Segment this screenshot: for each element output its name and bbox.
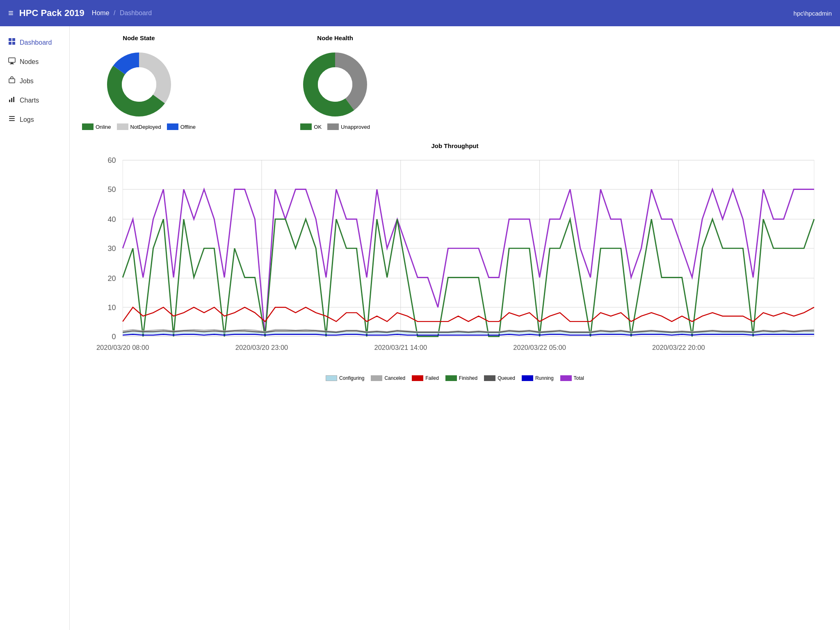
svg-text:2020/03/22 20:00: 2020/03/22 20:00 xyxy=(652,344,705,352)
svg-rect-12 xyxy=(9,118,15,119)
sidebar-item-charts[interactable]: Charts xyxy=(0,91,69,110)
app-header: ≡ HPC Pack 2019 Home / Dashboard hpc\hpc… xyxy=(0,0,840,26)
tl-queued: Queued xyxy=(484,375,515,381)
svg-rect-4 xyxy=(9,58,15,62)
svg-text:40: 40 xyxy=(107,215,116,224)
legend-offline-label: Offline xyxy=(180,124,196,130)
svg-text:10: 10 xyxy=(107,304,116,312)
throughput-chart-area: 0 10 20 30 40 50 60 xyxy=(82,153,828,372)
dashboard-icon xyxy=(8,38,16,47)
tl-configuring-label: Configuring xyxy=(339,375,364,381)
svg-rect-10 xyxy=(13,97,14,102)
node-health-svg xyxy=(294,46,376,119)
list-icon xyxy=(8,115,16,124)
svg-text:2020/03/21 14:00: 2020/03/21 14:00 xyxy=(374,344,427,352)
tl-finished: Finished xyxy=(445,375,477,381)
tl-finished-color xyxy=(445,375,457,381)
tl-canceled-label: Canceled xyxy=(384,375,405,381)
main-content: Node State Online NotDep xyxy=(70,26,840,630)
throughput-legend: Configuring Canceled Failed Finished Que… xyxy=(82,375,828,381)
node-health-title: Node Health xyxy=(317,34,353,41)
sidebar-item-jobs[interactable]: Jobs xyxy=(0,71,69,91)
legend-notdeployed-color xyxy=(117,123,128,130)
legend-ok-label: OK xyxy=(314,124,322,130)
node-health-chart: Node Health OK Unapproved xyxy=(294,34,376,130)
tl-failed: Failed xyxy=(412,375,439,381)
throughput-section: Job Throughput 0 10 20 30 xyxy=(82,142,828,381)
tl-queued-label: Queued xyxy=(498,375,515,381)
node-state-svg xyxy=(98,46,180,119)
svg-rect-2 xyxy=(9,42,11,45)
bar-chart-icon xyxy=(8,96,16,105)
legend-online: Online xyxy=(82,123,111,130)
sidebar-label-dashboard: Dashboard xyxy=(20,39,52,46)
node-health-legend: OK Unapproved xyxy=(300,123,370,130)
throughput-svg: 0 10 20 30 40 50 60 xyxy=(82,153,828,370)
svg-text:30: 30 xyxy=(107,244,116,253)
svg-rect-13 xyxy=(9,120,15,121)
tl-configuring-color xyxy=(326,375,337,381)
svg-rect-8 xyxy=(9,100,10,102)
legend-unapproved-color xyxy=(327,123,339,130)
tl-failed-label: Failed xyxy=(425,375,439,381)
svg-text:60: 60 xyxy=(107,156,116,164)
main-layout: Dashboard Nodes Jobs xyxy=(0,26,840,630)
sidebar-item-logs[interactable]: Logs xyxy=(0,110,69,129)
legend-offline-color xyxy=(167,123,178,130)
tl-canceled-color xyxy=(371,375,382,381)
svg-text:20: 20 xyxy=(107,274,116,283)
legend-online-label: Online xyxy=(96,124,111,130)
svg-text:50: 50 xyxy=(107,185,116,194)
legend-unapproved-label: Unapproved xyxy=(341,124,370,130)
monitor-icon xyxy=(8,57,16,66)
svg-rect-3 xyxy=(12,42,15,45)
legend-notdeployed: NotDeployed xyxy=(117,123,161,130)
sidebar-label-jobs: Jobs xyxy=(20,78,34,85)
svg-point-20 xyxy=(318,67,352,102)
svg-rect-0 xyxy=(9,38,11,41)
tl-configuring: Configuring xyxy=(326,375,364,381)
legend-online-color xyxy=(82,123,94,130)
tl-total-label: Total xyxy=(574,375,584,381)
tl-running-label: Running xyxy=(535,375,554,381)
menu-icon[interactable]: ≡ xyxy=(8,8,14,18)
node-state-chart: Node State Online NotDep xyxy=(82,34,196,130)
svg-rect-9 xyxy=(11,98,12,102)
node-state-legend: Online NotDeployed Offline xyxy=(82,123,196,130)
tl-failed-color xyxy=(412,375,423,381)
sidebar-item-dashboard[interactable]: Dashboard xyxy=(0,33,69,52)
svg-point-17 xyxy=(122,67,156,102)
legend-unapproved: Unapproved xyxy=(327,123,370,130)
node-state-title: Node State xyxy=(123,34,155,41)
tl-canceled: Canceled xyxy=(371,375,405,381)
svg-rect-1 xyxy=(12,38,15,41)
sidebar-label-logs: Logs xyxy=(20,116,34,123)
sidebar-label-nodes: Nodes xyxy=(20,58,39,66)
breadcrumb: Home / Dashboard xyxy=(92,9,152,17)
tl-running-color xyxy=(522,375,533,381)
legend-notdeployed-label: NotDeployed xyxy=(130,124,161,130)
donut-charts-row: Node State Online NotDep xyxy=(82,34,828,130)
svg-text:2020/03/20 08:00: 2020/03/20 08:00 xyxy=(96,344,149,352)
tl-queued-color xyxy=(484,375,495,381)
legend-ok-color xyxy=(300,123,312,130)
svg-text:2020/03/22 05:00: 2020/03/22 05:00 xyxy=(513,344,566,352)
svg-rect-11 xyxy=(9,116,15,117)
tl-finished-label: Finished xyxy=(459,375,477,381)
breadcrumb-home[interactable]: Home xyxy=(92,9,110,16)
sidebar: Dashboard Nodes Jobs xyxy=(0,26,70,630)
breadcrumb-sep: / xyxy=(114,9,115,16)
sidebar-item-nodes[interactable]: Nodes xyxy=(0,52,69,71)
svg-rect-6 xyxy=(10,64,14,64)
svg-text:2020/03/20 23:00: 2020/03/20 23:00 xyxy=(235,344,288,352)
tl-total: Total xyxy=(560,375,584,381)
legend-offline: Offline xyxy=(167,123,196,130)
throughput-title: Job Throughput xyxy=(82,142,828,149)
svg-text:0: 0 xyxy=(112,333,116,341)
app-title: HPC Pack 2019 xyxy=(19,8,84,18)
legend-ok: OK xyxy=(300,123,322,130)
tl-running: Running xyxy=(522,375,554,381)
svg-rect-5 xyxy=(11,63,13,64)
briefcase-icon xyxy=(8,76,16,86)
svg-rect-7 xyxy=(9,79,15,83)
